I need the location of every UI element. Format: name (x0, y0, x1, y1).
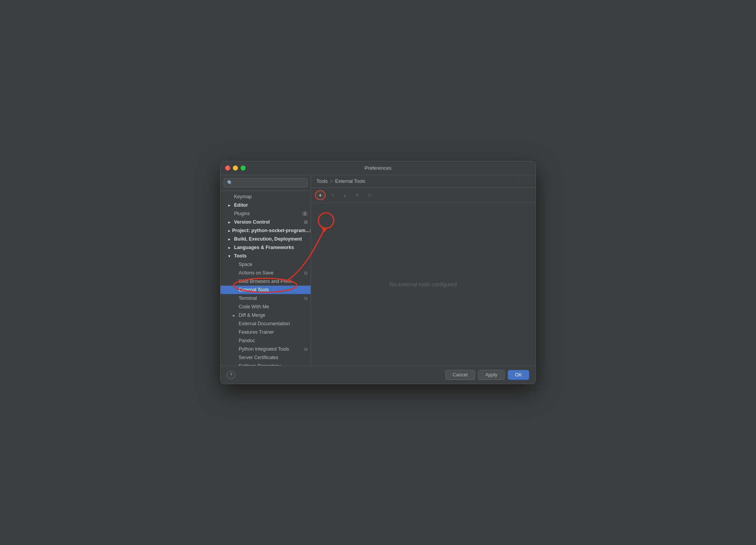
search-bar (221, 175, 311, 191)
sidebar-item-project[interactable]: ▸Project: python-socket-program...⊟ (221, 226, 311, 235)
settings-icon: ⊟ (304, 220, 308, 225)
bottom-bar: ? Cancel Apply OK (221, 366, 535, 384)
settings-icon: ⊟ (304, 296, 308, 301)
sidebar-item-label: Server Certificates (239, 355, 278, 360)
main-panel: Tools > External Tools ← → + ✎ ▲ ▼ ⧉ (311, 175, 535, 366)
sidebar-item-label: Space (239, 262, 252, 267)
chevron-icon: ▸ (228, 229, 230, 233)
sidebar-item-label: Actions on Save (239, 270, 273, 276)
settings-icon: ⊟ (304, 271, 308, 276)
sidebar-item-web-browsers[interactable]: Web Browsers and Previ... (221, 277, 311, 286)
window-title: Preferences (365, 165, 391, 171)
settings-icon: ⊟ (304, 347, 308, 352)
content-area: Keymap▸EditorPlugins2▸Version Control⊟▸P… (221, 175, 535, 366)
sidebar-item-label: Code With Me (239, 304, 269, 309)
nav-forward-arrow[interactable]: → (525, 178, 530, 184)
close-button[interactable] (225, 166, 230, 171)
settings-icon: ⊟ (309, 228, 311, 233)
badge: 2 (302, 212, 308, 216)
sidebar-item-label: Features Trainer (239, 329, 274, 335)
sidebar-item-pandoc[interactable]: Pandoc (221, 336, 311, 345)
main-content-area: No external tools configured (311, 203, 535, 366)
chevron-icon: ▸ (228, 246, 232, 250)
sidebar-item-label: Version Control (234, 219, 270, 225)
sidebar-item-actions-on-save[interactable]: Actions on Save⊟ (221, 269, 311, 277)
add-tool-button[interactable]: + (315, 190, 326, 200)
sidebar-item-tools[interactable]: ▾Tools (221, 252, 311, 260)
sidebar-item-build[interactable]: ▸Build, Execution, Deployment (221, 235, 311, 243)
sidebar-item-external-tools[interactable]: External Tools (221, 286, 311, 294)
help-button[interactable]: ? (227, 371, 235, 379)
sidebar-item-plugins[interactable]: Plugins2 (221, 209, 311, 218)
move-up-button[interactable]: ▲ (340, 190, 350, 200)
sidebar-item-label: Diff & Merge (239, 313, 265, 318)
sidebar-item-server-certs[interactable]: Server Certificates (221, 353, 311, 362)
sidebar-item-languages[interactable]: ▸Languages & Frameworks (221, 243, 311, 252)
window-controls (225, 166, 246, 171)
cancel-button[interactable]: Cancel (445, 370, 475, 380)
preferences-window: Preferences Keymap▸EditorPlugins2▸Versio… (220, 161, 536, 384)
move-down-button[interactable]: ▼ (352, 190, 363, 200)
sidebar-item-label: Tools (234, 253, 246, 259)
sidebar-item-version-control[interactable]: ▸Version Control⊟ (221, 218, 311, 226)
sidebar-item-label: Terminal (239, 296, 257, 301)
sidebar-item-label: Keymap (234, 194, 252, 199)
chevron-icon: ▾ (228, 254, 232, 258)
edit-tool-button[interactable]: ✎ (327, 190, 338, 200)
empty-state-text: No external tools configured (390, 281, 457, 288)
sidebar-item-settings-repo[interactable]: Settings Repository (221, 362, 311, 366)
chevron-icon: ▸ (228, 220, 232, 224)
breadcrumb: Tools > External Tools (316, 179, 365, 184)
ok-button[interactable]: OK (508, 370, 529, 380)
nav-back-arrow[interactable]: ← (516, 178, 522, 184)
sidebar-item-terminal[interactable]: Terminal⊟ (221, 294, 311, 303)
title-bar: Preferences (221, 161, 535, 175)
sidebar-item-label: External Tools (239, 287, 269, 293)
chevron-icon: ▸ (228, 237, 232, 241)
sidebar-item-code-with-me[interactable]: Code With Me (221, 303, 311, 311)
sidebar-item-keymap[interactable]: Keymap (221, 192, 311, 201)
sidebar-item-features-trainer[interactable]: Features Trainer (221, 328, 311, 336)
breadcrumb-parent[interactable]: Tools (316, 179, 328, 184)
apply-button[interactable]: Apply (478, 370, 505, 380)
chevron-icon: ▸ (233, 313, 237, 318)
sidebar-item-diff-merge[interactable]: ▸Diff & Merge (221, 311, 311, 319)
sidebar-item-label: Editor (234, 202, 248, 208)
footer-buttons: Cancel Apply OK (445, 370, 529, 380)
sidebar-item-label: Web Browsers and Previ... (239, 279, 296, 284)
sidebar-item-space[interactable]: Space (221, 260, 311, 269)
sidebar: Keymap▸EditorPlugins2▸Version Control⊟▸P… (221, 175, 311, 366)
chevron-icon: ▸ (228, 203, 232, 207)
toolbar: + ✎ ▲ ▼ ⧉ (311, 188, 535, 203)
breadcrumb-current: External Tools (335, 179, 365, 184)
sidebar-item-label: Pandoc (239, 338, 255, 343)
sidebar-item-label: Project: python-socket-program... (232, 228, 309, 233)
breadcrumb-nav: ← → (516, 178, 530, 184)
sidebar-item-external-docs[interactable]: External Documentation (221, 319, 311, 328)
sidebar-item-python-tools[interactable]: Python Integrated Tools⊟ (221, 345, 311, 353)
sidebar-item-label: Plugins (234, 211, 250, 216)
sidebar-item-label: External Documentation (239, 321, 290, 326)
sidebar-item-label: Python Integrated Tools (239, 346, 289, 352)
search-input[interactable] (224, 178, 308, 187)
maximize-button[interactable] (241, 166, 246, 171)
sidebar-item-label: Languages & Frameworks (234, 245, 294, 250)
minimize-button[interactable] (233, 166, 238, 171)
sidebar-item-label: Build, Execution, Deployment (234, 236, 302, 242)
breadcrumb-bar: Tools > External Tools ← → (311, 175, 535, 188)
sidebar-item-editor[interactable]: ▸Editor (221, 201, 311, 209)
copy-tool-button[interactable]: ⧉ (364, 190, 375, 200)
breadcrumb-separator: > (330, 179, 333, 184)
sidebar-list: Keymap▸EditorPlugins2▸Version Control⊟▸P… (221, 191, 311, 366)
